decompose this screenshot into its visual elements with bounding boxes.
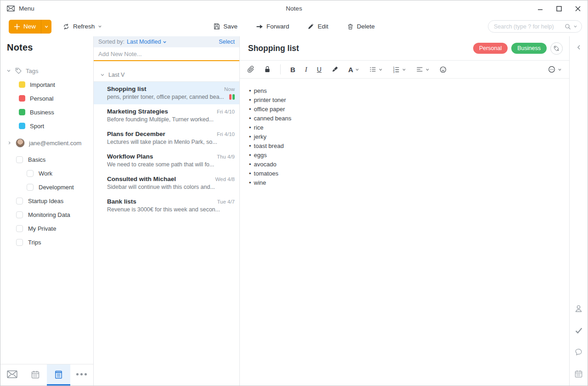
folder-checkbox[interactable] <box>27 170 34 177</box>
module-more[interactable] <box>70 364 94 386</box>
new-dropdown-button[interactable] <box>41 20 51 34</box>
note-preview: pens, printer toner, office paper, canne… <box>107 94 224 100</box>
note-body-line: •tomatoes <box>249 169 560 178</box>
align-button[interactable] <box>416 66 430 73</box>
tag-pill-personal[interactable]: Personal <box>473 43 508 54</box>
minimize-button[interactable] <box>537 6 543 12</box>
folder-checkbox[interactable] <box>16 156 23 163</box>
collapse-sidebar-button[interactable] <box>577 45 581 50</box>
folder-label: Basics <box>28 156 45 163</box>
search-icon[interactable] <box>564 23 571 30</box>
add-tag-button[interactable] <box>550 42 563 55</box>
delete-button[interactable]: Delete <box>347 23 375 30</box>
note-list-item[interactable]: Consulted with Michael Wed 4/8 Sidebar w… <box>94 172 239 194</box>
contacts-icon[interactable] <box>574 304 583 313</box>
save-icon <box>213 23 220 30</box>
sidebar-item-tag-business[interactable]: Business <box>0 105 93 119</box>
note-item-text: tomatoes <box>254 169 278 178</box>
forward-button[interactable]: Forward <box>256 23 289 30</box>
module-notes[interactable] <box>47 364 70 386</box>
refresh-button[interactable]: Refresh <box>62 23 102 30</box>
note-list-item[interactable]: Shopping list Now pens, printer toner, o… <box>94 82 239 104</box>
sidebar-item-tag-sport[interactable]: Sport <box>0 119 93 133</box>
sidebar-item-development[interactable]: Development <box>0 180 93 194</box>
note-body[interactable]: •pens •printer toner •office paper •cann… <box>240 79 569 386</box>
more-formatting-button[interactable] <box>548 65 562 74</box>
folder-checkbox[interactable] <box>16 211 23 218</box>
chevron-down-icon[interactable] <box>6 68 11 73</box>
add-note-row[interactable] <box>94 47 239 61</box>
chat-icon[interactable] <box>574 348 583 356</box>
account-email: jane@emclient.com <box>29 140 81 147</box>
sidebar-item-basics[interactable]: Basics <box>0 153 93 166</box>
bullet-glyph: • <box>249 169 251 178</box>
new-button[interactable]: New <box>9 20 51 34</box>
align-left-icon <box>416 66 424 73</box>
note-list-item[interactable]: Plans for December Fri 4/10 Lectures wil… <box>94 127 239 149</box>
sidebar-item-tag-personal[interactable]: Personal <box>0 91 93 105</box>
note-tag-indicators <box>226 94 235 100</box>
module-mail[interactable] <box>0 364 24 386</box>
font-format-button[interactable]: A <box>348 66 359 74</box>
tasks-check-icon[interactable] <box>574 326 583 335</box>
maximize-button[interactable] <box>556 6 562 12</box>
sidebar-item-monitoring-data[interactable]: Monitoring Data <box>0 208 93 221</box>
note-list-item[interactable]: Bank lists Tue 4/7 Revenue is 3000€ for … <box>94 194 239 217</box>
note-body-line: •jerky <box>249 132 560 142</box>
search-box[interactable] <box>488 20 582 33</box>
note-preview: Before founding Multiple, Turner worked.… <box>107 116 214 123</box>
refresh-label: Refresh <box>73 23 95 30</box>
bullet-list-button[interactable] <box>369 66 383 73</box>
folder-checkbox[interactable] <box>16 198 23 204</box>
bullet-glyph: • <box>249 105 251 114</box>
delete-label: Delete <box>357 23 375 30</box>
sidebar-item-my-private[interactable]: My Private <box>0 221 93 235</box>
tag-pill-business[interactable]: Business <box>511 43 547 54</box>
envelope-logo-icon <box>7 6 15 11</box>
save-button[interactable]: Save <box>213 23 237 30</box>
sidebar-item-trips[interactable]: Trips <box>0 235 93 249</box>
sidebar-item-account[interactable]: jane@emclient.com <box>0 136 93 150</box>
search-options-chevron-icon[interactable] <box>573 24 577 28</box>
smiley-icon <box>439 66 447 74</box>
sort-value-dropdown[interactable]: Last Modified <box>127 39 167 45</box>
menu-button[interactable]: Menu <box>7 5 34 12</box>
add-note-input[interactable] <box>94 51 239 57</box>
sidebar-item-startup-ideas[interactable]: Startup Ideas <box>0 194 93 208</box>
chevron-down-icon <box>402 68 406 72</box>
chevron-down-icon <box>558 68 562 72</box>
edit-label: Edit <box>318 23 328 30</box>
note-list-item[interactable]: Marketing Strategies Fri 4/10 Before fou… <box>94 104 239 127</box>
note-item-text: rice <box>254 123 264 132</box>
notes-icon <box>54 370 63 379</box>
underline-button[interactable]: U <box>317 66 322 73</box>
bold-button[interactable]: B <box>290 66 295 74</box>
format-painter-button[interactable] <box>331 66 339 73</box>
agenda-calendar-icon[interactable] <box>574 369 583 378</box>
edit-button[interactable]: Edit <box>308 23 328 30</box>
sidebar-item-work[interactable]: Work <box>0 166 93 180</box>
sorted-by-label: Sorted by: <box>98 39 124 45</box>
folder-checkbox[interactable] <box>16 239 23 246</box>
italic-button[interactable]: I <box>305 66 307 74</box>
lock-button[interactable] <box>264 66 271 73</box>
list-group-header[interactable]: Last V <box>94 68 239 82</box>
search-input[interactable] <box>494 23 562 30</box>
note-title: Bank lists <box>107 198 136 205</box>
chevron-right-icon[interactable] <box>7 141 11 145</box>
numbered-list-button[interactable]: 123 <box>392 66 406 73</box>
close-button[interactable] <box>575 6 581 12</box>
select-button[interactable]: Select <box>219 39 235 45</box>
sidebar-item-tags[interactable]: Tags <box>0 64 93 78</box>
emoji-button[interactable] <box>439 66 447 74</box>
note-date: Fri 4/10 <box>217 131 235 137</box>
attach-button[interactable] <box>247 66 254 73</box>
note-list-item[interactable]: Workflow Plans Thu 4/9 We need to create… <box>94 149 239 172</box>
new-button-main[interactable]: New <box>9 20 41 34</box>
sidebar-item-tag-important[interactable]: Important <box>0 78 93 91</box>
module-calendar[interactable] <box>24 364 47 386</box>
folder-checkbox[interactable] <box>27 184 34 191</box>
folder-checkbox[interactable] <box>16 225 23 232</box>
tag-bar <box>232 94 235 100</box>
note-preview: Sidebar will continue with this colors a… <box>107 184 215 190</box>
